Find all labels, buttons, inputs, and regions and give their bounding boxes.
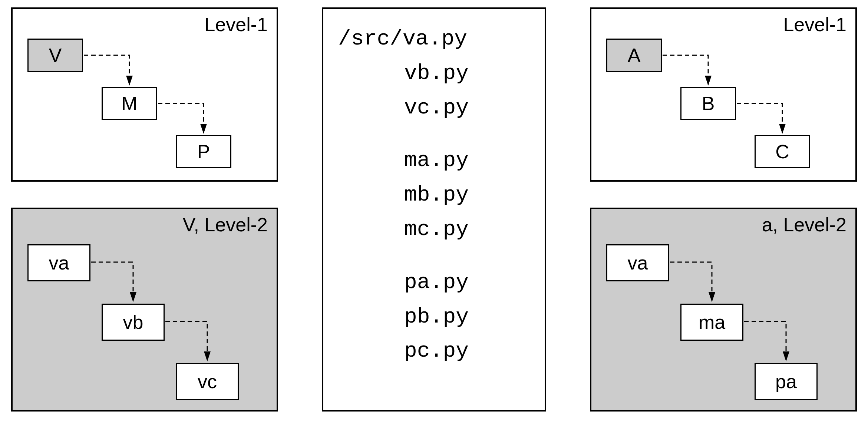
file-line-ma: ma.py — [338, 143, 530, 178]
file-line-va: /src/va.py — [338, 22, 530, 56]
right-level1-panel: Level-1 A B C — [590, 7, 857, 182]
left-level2-panel: V, Level-2 va vb vc — [11, 208, 278, 412]
node-c: C — [755, 135, 810, 168]
right-level1-title: Level-1 — [783, 13, 846, 36]
file-line-vc: vc.py — [338, 91, 530, 125]
file-line-mb: mb.py — [338, 178, 530, 212]
node-m: M — [102, 87, 157, 120]
right-level2-title: a, Level-2 — [762, 214, 846, 236]
center-file-panel: /src/va.py vb.py vc.py ma.py mb.py mc.py… — [322, 7, 546, 412]
file-line-pb: pb.py — [338, 300, 530, 334]
node-ma-right: ma — [680, 304, 743, 341]
left-level2-title: V, Level-2 — [183, 214, 268, 236]
left-level1-title: Level-1 — [204, 13, 268, 36]
node-a: A — [606, 39, 662, 72]
node-vb: vb — [102, 304, 165, 341]
node-p: P — [176, 135, 231, 168]
file-line-mc: mc.py — [338, 212, 530, 247]
node-b: B — [680, 87, 736, 120]
node-va: va — [27, 244, 90, 281]
file-line-pc: pc.py — [338, 334, 530, 369]
file-line-pa: pa.py — [338, 265, 530, 300]
node-pa-right: pa — [755, 363, 818, 400]
node-va-right: va — [606, 244, 669, 281]
left-level1-panel: Level-1 V M P — [11, 7, 278, 182]
node-vc: vc — [176, 363, 239, 400]
file-line-vb: vb.py — [338, 56, 530, 91]
right-level2-panel: a, Level-2 va ma pa — [590, 208, 857, 412]
node-v: V — [27, 39, 83, 72]
